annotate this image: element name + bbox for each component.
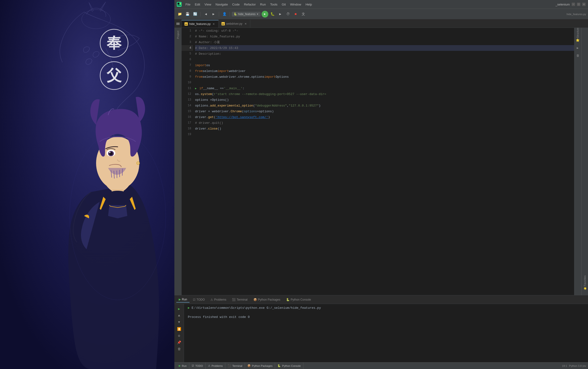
ide-panel: File Edit View Navigate Code Refactor Ru… bbox=[174, 0, 588, 369]
run-tab-run[interactable]: ▶ Run bbox=[176, 297, 189, 303]
code-line-4[interactable]: # Date: 2022/8/29 15:43 bbox=[195, 45, 574, 51]
favorites-label[interactable]: ⭐ Favorites bbox=[583, 275, 586, 290]
maximize-button[interactable]: □ bbox=[577, 3, 580, 6]
run-filter-icon[interactable]: 🗑 bbox=[176, 346, 182, 352]
run-tab-python-console[interactable]: 🐍 Python Console bbox=[284, 297, 314, 302]
code-line-2[interactable]: # Name: hide_features.py bbox=[195, 34, 574, 39]
comment-text: # Author: 小案 bbox=[195, 40, 220, 44]
line-num-13: 13 bbox=[182, 97, 193, 103]
code-line-8[interactable]: from selenium import webdriver bbox=[195, 68, 574, 74]
tab-hide-features[interactable]: py hide_features.py ✕ bbox=[182, 20, 219, 28]
menu-code[interactable]: Code bbox=[230, 2, 242, 7]
code-line-12[interactable]: os.system(r'start chrome --remote-debugg… bbox=[195, 91, 574, 97]
code-line-6[interactable] bbox=[195, 57, 574, 62]
code-line-5[interactable]: # Description: bbox=[195, 51, 574, 57]
menu-navigate[interactable]: Navigate bbox=[213, 2, 230, 7]
menu-tools[interactable]: Tools bbox=[268, 2, 279, 7]
status-run-btn[interactable]: ▶ Run bbox=[176, 362, 189, 369]
back-icon[interactable]: ◀ bbox=[202, 11, 209, 18]
run-play-button[interactable]: ▶ bbox=[176, 306, 182, 312]
menu-git[interactable]: Git bbox=[280, 2, 288, 7]
status-problems-btn[interactable]: ⚠ Problems bbox=[206, 362, 225, 369]
svg-rect-19 bbox=[177, 22, 178, 25]
status-terminal-btn[interactable]: ⬛ Terminal bbox=[225, 362, 245, 369]
refresh-icon[interactable]: 🔄 bbox=[192, 11, 199, 18]
keyword: import bbox=[195, 64, 206, 67]
menu-file[interactable]: File bbox=[184, 2, 192, 7]
run-button[interactable]: ▶ bbox=[262, 11, 268, 18]
code-line-10[interactable] bbox=[195, 80, 574, 85]
forward-icon[interactable]: ▶ bbox=[210, 11, 217, 18]
code-line-9[interactable]: from selenium.webdriver.chrome.options i… bbox=[195, 74, 574, 80]
code-line-16[interactable]: driver.get('https://bot.sannysoft.com/') bbox=[195, 114, 574, 120]
run-tab-python-packages[interactable]: 📦 Python Packages bbox=[251, 297, 283, 302]
structure-label[interactable]: Structure bbox=[575, 30, 581, 36]
status-python-console-btn[interactable]: 🐍 Python Console bbox=[275, 362, 303, 369]
svg-text:奉: 奉 bbox=[106, 35, 122, 52]
run-tab-problems[interactable]: ⚠ Problems bbox=[208, 297, 229, 302]
code-line-17[interactable]: # driver.quit() bbox=[195, 120, 574, 126]
code-line-1[interactable]: # -*- coding: utf-8 -*- bbox=[195, 28, 574, 34]
code-line-19[interactable] bbox=[195, 131, 574, 137]
menu-view[interactable]: View bbox=[202, 2, 213, 7]
wallpaper-panel: 奉 父 bbox=[0, 0, 174, 369]
run-settings-icon[interactable]: ⚙ bbox=[176, 333, 182, 339]
breadcrumb-path: hide_features.py bbox=[567, 13, 586, 16]
run-tool-icon[interactable]: ▶ bbox=[575, 45, 581, 51]
code-line-15[interactable]: driver = webdriver.Chrome(options=option… bbox=[195, 109, 574, 114]
status-todo-btn[interactable]: ☑ TODO bbox=[189, 362, 206, 369]
stop-icon[interactable]: ■ bbox=[292, 11, 299, 18]
comment-text: # Description: bbox=[195, 52, 221, 56]
run-controls: ▶ ▲ ▼ ⏫ ⚙ 📌 🗑 bbox=[174, 304, 184, 362]
menu-bar: File Edit View Navigate Code Refactor Ru… bbox=[184, 2, 314, 7]
minimize-button[interactable]: ─ bbox=[572, 3, 575, 6]
run-indicator: ▶ bbox=[195, 87, 197, 90]
save-icon[interactable]: 💾 bbox=[184, 11, 191, 18]
status-python-packages-btn[interactable]: 📦 Python Packages bbox=[245, 362, 275, 369]
code-line-14[interactable]: options.add_experimental_option("debugge… bbox=[195, 103, 574, 109]
menu-run[interactable]: Run bbox=[258, 2, 268, 7]
user-icon[interactable]: 👤 bbox=[221, 11, 228, 18]
project-toggle[interactable] bbox=[174, 20, 182, 28]
menu-edit[interactable]: Edit bbox=[193, 2, 202, 7]
profile-icon[interactable]: ⏱ bbox=[285, 11, 291, 18]
toolbar-separator-3 bbox=[230, 12, 230, 17]
run-tab-todo[interactable]: ☑ TODO bbox=[190, 297, 207, 302]
menu-refactor[interactable]: Refactor bbox=[242, 2, 258, 7]
run-config-selector[interactable]: 🐍 hide_features ▼ bbox=[232, 12, 261, 17]
run-result-line: Process finished with exit code 0 bbox=[188, 315, 584, 319]
tab-close-hide-features[interactable]: ✕ bbox=[212, 22, 215, 26]
menu-help[interactable]: Help bbox=[304, 2, 314, 7]
comment-text: # driver.quit() bbox=[195, 121, 223, 125]
comment-text: # Date: 2022/8/29 15:43 bbox=[195, 46, 238, 50]
code-line-3[interactable]: # Author: 小案 bbox=[195, 39, 574, 45]
debug-icon[interactable]: 🐛 bbox=[269, 11, 276, 18]
code-line-7[interactable]: import os bbox=[195, 62, 574, 68]
code-line-11[interactable]: ▶if __name__ == '__main__': bbox=[195, 85, 574, 91]
close-button[interactable]: ✕ bbox=[582, 3, 586, 6]
tab-webdriver[interactable]: py webdriver.py ✕ bbox=[219, 20, 250, 28]
bookmark-icon[interactable]: ⭐ bbox=[575, 37, 581, 43]
folder-icon[interactable]: 📁 bbox=[176, 11, 183, 18]
delete-tool-icon[interactable]: 🗑 bbox=[575, 53, 581, 59]
comment-text: # Name: hide_features.py bbox=[195, 35, 240, 38]
code-editor[interactable]: # -*- coding: utf-8 -*-# Name: hide_feat… bbox=[193, 28, 574, 295]
run-tab-terminal[interactable]: ⬛ Terminal bbox=[230, 297, 250, 302]
menu-window[interactable]: Window bbox=[288, 2, 303, 7]
run-pin-icon[interactable]: 📌 bbox=[176, 339, 182, 345]
code-line-18[interactable]: driver.close() bbox=[195, 126, 574, 131]
run-scroll-up[interactable]: ▲ bbox=[176, 313, 182, 318]
line-num-9: 9 bbox=[182, 74, 193, 80]
project-sidebar: Project bbox=[174, 28, 182, 295]
tab-close-webdriver[interactable]: ✕ bbox=[244, 22, 247, 25]
translate-icon[interactable]: 文 bbox=[300, 11, 307, 18]
coverage-icon[interactable]: ▶ bbox=[277, 11, 284, 18]
run-output-area: ▶ ▲ ▼ ⏫ ⚙ 📌 🗑 ▶ E:\Virtualenv\common\Scr… bbox=[174, 304, 588, 362]
run-stop-button[interactable]: ⏫ bbox=[176, 326, 182, 332]
code-line-13[interactable]: options = Options() bbox=[195, 97, 574, 103]
svg-point-9 bbox=[138, 163, 139, 164]
run-scroll-down[interactable]: ▼ bbox=[176, 319, 182, 325]
right-tool-panel: Structure ⭐ ▶ 🗑 bbox=[574, 28, 581, 295]
line-numbers: 12345678910111213141516171819 bbox=[182, 28, 193, 295]
project-label[interactable]: Project bbox=[177, 28, 179, 42]
